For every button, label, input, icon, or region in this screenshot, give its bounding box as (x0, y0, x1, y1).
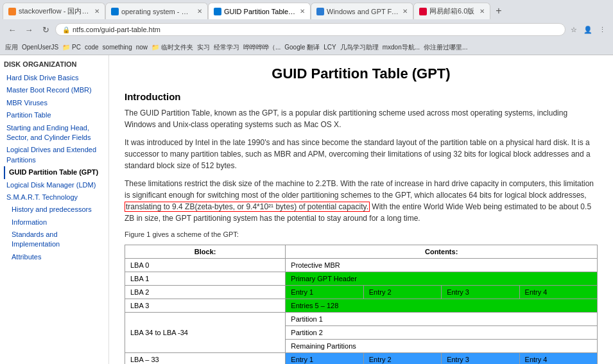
tab-win[interactable]: Windows and GPT FAQ | N... ✕ (311, 3, 413, 19)
para3-highlight: translating to 9.4 ZB(zeta-bytes, or 9.4… (125, 202, 370, 212)
back-button[interactable]: ← (5, 22, 19, 37)
cell-lba3-block: LBA 3 (125, 299, 286, 313)
bookmark-openuserjs[interactable]: OpenUserJS (22, 44, 58, 51)
intro-heading: Introduction (125, 91, 598, 102)
cell-lba-33-e4: Entry 4 (519, 353, 597, 365)
tab-close-wy[interactable]: ✕ (479, 8, 485, 15)
tab-gpt[interactable]: GUID Partition Table (GP... ✕ (208, 3, 311, 19)
sidebar-item-starting-ending[interactable]: Starting and Ending Head, Sector, and Cy… (4, 122, 105, 144)
new-tab-button[interactable]: + (490, 3, 507, 19)
tab-close-os[interactable]: ✕ (197, 8, 202, 15)
bookmark-practice[interactable]: 实习 (197, 43, 210, 52)
cell-lba1-content: Primary GPT Header (286, 272, 598, 286)
toolbar-icons: ☆ 👤 ⋮ (568, 24, 608, 35)
favicon-gpt (214, 8, 221, 15)
table-header-block: Block: (125, 245, 286, 259)
tab-close-so[interactable]: ✕ (94, 8, 99, 15)
table-row-lba1: LBA 1 Primary GPT Header (125, 272, 598, 286)
bookmark-something[interactable]: something (103, 44, 132, 51)
bookmark-code[interactable]: code (85, 44, 99, 51)
bookmark-niao[interactable]: 几鸟学习助理 (340, 43, 379, 52)
bookmark-study[interactable]: 经常学习 (214, 43, 239, 52)
cell-lba2-e2: Entry 2 (363, 286, 441, 299)
bookmark-apps[interactable]: 应用 (5, 43, 18, 52)
bookmark-register[interactable]: 你注册过哪里... (424, 43, 467, 52)
tab-label-win: Windows and GPT FAQ | N... (327, 8, 400, 15)
figure-caption: Figure 1 gives a scheme of the GPT: (125, 230, 598, 238)
table-header-contents: Contents: (286, 245, 598, 259)
table-row-lba34: LBA 34 to LBA -34 Partition 1 (125, 313, 598, 326)
cell-remaining: Remaining Partitions (286, 340, 598, 353)
cell-lba2-e3: Entry 3 (442, 286, 519, 299)
table-row-lba0: LBA 0 Protective MBR (125, 259, 598, 272)
refresh-button[interactable]: ↻ (39, 22, 53, 37)
table-row-lba3: LBA 3 Entries 5 – 128 (125, 299, 598, 313)
tab-label-so: stackoverflow - 国内版 | B... (19, 6, 92, 16)
cell-lba-33-e2: Entry 2 (363, 353, 441, 365)
menu-icon[interactable]: ⋮ (596, 24, 608, 35)
paragraph-2: It was introduced by Intel in the late 1… (125, 137, 598, 171)
tab-wy[interactable]: 网易邮箱6.0版 ✕ (413, 3, 490, 19)
sidebar-item-standards[interactable]: Standards and Implementation (4, 229, 105, 251)
table-row-lba2: LBA 2 Entry 1 Entry 2 Entry 3 Entry 4 (125, 286, 598, 299)
sidebar-item-partition-table[interactable]: Partition Table (4, 109, 105, 121)
sidebar-item-hdd-basics[interactable]: Hard Disk Drive Basics (4, 72, 105, 84)
sidebar-item-mbr[interactable]: Master Boot Record (MBR) (4, 84, 105, 96)
cell-lba-33-e3: Entry 3 (442, 353, 519, 365)
user-icon[interactable]: 👤 (582, 24, 594, 35)
bookmark-temp[interactable]: 📁 临时文件夹 (151, 43, 193, 52)
cell-lba1-block: LBA 1 (125, 272, 286, 286)
tab-close-gpt[interactable]: ✕ (300, 8, 305, 15)
gpt-table: Block: Contents: LBA 0 Protective MBR LB… (125, 245, 598, 364)
sidebar-item-smart[interactable]: S.M.A.R.T. Technology (4, 191, 105, 204)
sidebar-item-information[interactable]: Information (4, 216, 105, 229)
tab-stackoverflow[interactable]: stackoverflow - 国内版 | B... ✕ (3, 3, 105, 19)
tab-label-os: operating system - What... (121, 8, 194, 15)
favicon-os (111, 8, 119, 15)
table-row-lba-33: LBA – 33 Entry 1 Entry 2 Entry 3 Entry 4 (125, 353, 598, 365)
cell-lba2-e1: Entry 1 (286, 286, 363, 299)
sidebar-item-history[interactable]: History and predecessors (4, 204, 105, 216)
bookmark-google[interactable]: Google 翻译 (284, 43, 320, 52)
address-bar-row: ← → ↻ 🔒 ntfs.com/guid-part-table.htm ☆ 👤… (0, 19, 613, 40)
cell-lba2-block: LBA 2 (125, 286, 286, 299)
sidebar: DISK ORGANIZATION Hard Disk Drive Basics… (0, 55, 109, 364)
tab-close-win[interactable]: ✕ (402, 8, 408, 15)
sidebar-section-title: DISK ORGANIZATION (4, 60, 105, 68)
sidebar-item-attributes[interactable]: Attributes (4, 251, 105, 263)
favicon-wy (419, 8, 427, 15)
page-content: DISK ORGANIZATION Hard Disk Drive Basics… (0, 55, 613, 364)
favicon-win (316, 8, 324, 15)
bookmark-now[interactable]: now (136, 44, 148, 51)
cell-lba0-block: LBA 0 (125, 259, 286, 272)
forward-button[interactable]: → (22, 22, 36, 37)
cell-lba34-partition1: Partition 1 (286, 313, 598, 326)
address-text: ntfs.com/guid-part-table.htm (73, 26, 558, 33)
cell-lba34-block: LBA 34 to LBA -34 (125, 313, 286, 353)
tab-label-wy: 网易邮箱6.0版 (429, 6, 477, 16)
sidebar-item-logical-drives[interactable]: Logical Drives and Extended Partitions (4, 144, 105, 166)
sidebar-item-guid[interactable]: GUID Partition Table (GPT) (4, 166, 105, 178)
address-bar[interactable]: 🔒 ntfs.com/guid-part-table.htm (55, 23, 566, 36)
lock-icon: 🔒 (62, 26, 70, 33)
paragraph-3: These limitations restrict the disk size… (125, 178, 598, 224)
favicon-so (8, 8, 16, 15)
cell-lba-33-block: LBA – 33 (125, 353, 286, 365)
tab-label-gpt: GUID Partition Table (GP... (224, 8, 297, 15)
cell-lba2-e4: Entry 4 (519, 286, 597, 299)
bookmarks-bar: 应用 OpenUserJS 📁 PC code something now 📁 … (0, 40, 613, 55)
para3-before: These limitations restrict the disk size… (125, 179, 594, 200)
cell-partition2: Partition 2 (286, 326, 598, 340)
sidebar-item-ldm[interactable]: Logical Disk Manager (LDM) (4, 179, 105, 191)
cell-lba-33-e1: Entry 1 (286, 353, 363, 365)
bookmark-mxdon[interactable]: mxdon导航... (383, 43, 420, 52)
page-title: GUID Partition Table (GPT) (125, 65, 598, 82)
bookmark-haha[interactable]: 哗哗哗哗（... (243, 43, 281, 52)
main-content: GUID Partition Table (GPT) Introduction … (109, 55, 613, 364)
tab-os[interactable]: operating system - What... ✕ (105, 3, 208, 19)
bookmark-lcy[interactable]: LCY (324, 44, 336, 51)
bookmark-pc[interactable]: 📁 PC (62, 44, 81, 51)
bookmark-star-icon[interactable]: ☆ (568, 24, 580, 35)
tab-bar: stackoverflow - 国内版 | B... ✕ operating s… (0, 0, 613, 19)
sidebar-item-mbr-viruses[interactable]: MBR Viruses (4, 97, 105, 109)
